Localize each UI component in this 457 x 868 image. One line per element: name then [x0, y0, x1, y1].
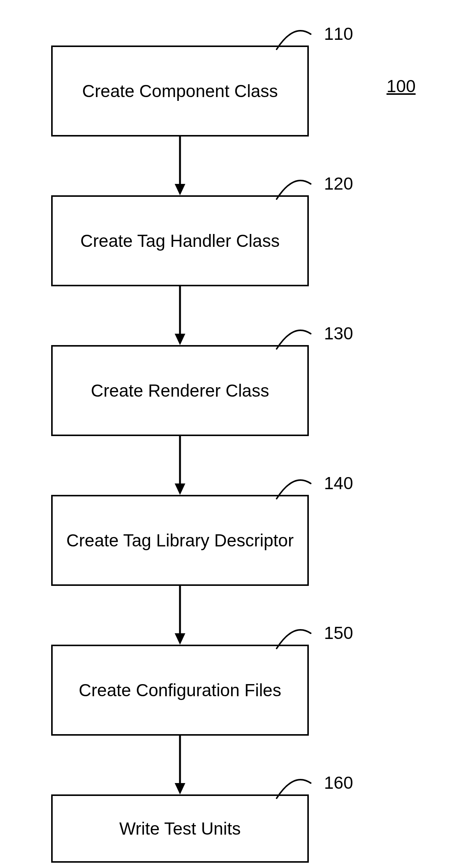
- flow-step-140: Create Tag Library Descriptor: [51, 495, 309, 586]
- svg-marker-7: [175, 633, 185, 645]
- flow-step-110-text: Create Component Class: [82, 81, 278, 101]
- svg-marker-9: [175, 783, 185, 794]
- figure-label: 100: [387, 76, 416, 96]
- flow-step-130: Create Renderer Class: [51, 345, 309, 436]
- flow-step-110: Create Component Class: [51, 46, 309, 137]
- svg-marker-5: [175, 483, 185, 495]
- flowchart-canvas: 100 Create Component Class 110 Create Ta…: [0, 0, 457, 868]
- arrow-150-160: [172, 736, 188, 796]
- flow-step-130-text: Create Renderer Class: [91, 380, 269, 401]
- ref-140: 140: [324, 473, 353, 493]
- flow-step-160-text: Write Test Units: [119, 818, 241, 839]
- arrow-110-120: [172, 137, 188, 197]
- svg-marker-1: [175, 184, 185, 195]
- arrow-120-130: [172, 286, 188, 347]
- flow-step-150-text: Create Configuration Files: [79, 680, 281, 700]
- svg-marker-3: [175, 334, 185, 345]
- ref-110: 110: [324, 24, 353, 44]
- flow-step-120-text: Create Tag Handler Class: [80, 231, 280, 251]
- flow-step-150: Create Configuration Files: [51, 645, 309, 736]
- flow-step-120: Create Tag Handler Class: [51, 195, 309, 286]
- arrow-140-150: [172, 586, 188, 647]
- ref-120: 120: [324, 173, 353, 194]
- flow-step-160: Write Test Units: [51, 794, 309, 863]
- flow-step-140-text: Create Tag Library Descriptor: [66, 530, 294, 551]
- ref-150: 150: [324, 623, 353, 643]
- arrow-130-140: [172, 436, 188, 497]
- ref-160: 160: [324, 772, 353, 793]
- ref-130: 130: [324, 323, 353, 344]
